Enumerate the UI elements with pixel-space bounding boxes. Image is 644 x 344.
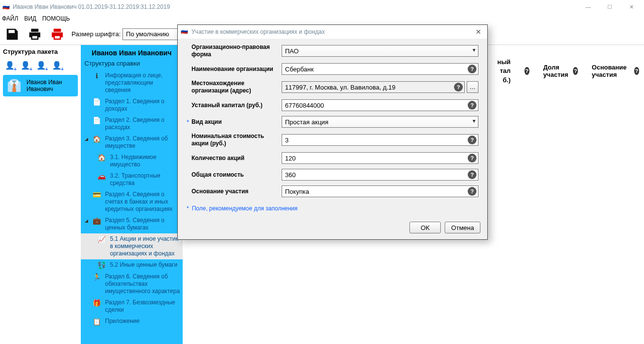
- info-icon[interactable]: ?: [468, 154, 477, 162]
- tree-item-icon: 📄: [93, 98, 101, 106]
- window-title: Иванов Иван Иванович 01.01.2019-31.12.20…: [13, 3, 577, 10]
- tree-item[interactable]: 🚗3.2. Транспортные средства: [81, 170, 183, 189]
- info-icon[interactable]: ?: [468, 136, 477, 144]
- info-icon[interactable]: ?: [468, 170, 477, 179]
- expand-icon[interactable]: [85, 299, 89, 300]
- nominal-input[interactable]: [282, 134, 478, 146]
- help-icon[interactable]: ?: [634, 67, 639, 75]
- info-icon[interactable]: ?: [468, 101, 477, 110]
- info-icon[interactable]: ?: [454, 83, 463, 92]
- hint-row: *Поле, рекомендуемое для заполнения: [187, 202, 478, 212]
- help-icon[interactable]: ?: [525, 67, 530, 75]
- org-name-input[interactable]: [282, 63, 478, 75]
- tree-item-icon: 📄: [93, 116, 101, 124]
- expand-icon[interactable]: [85, 318, 89, 319]
- address-browse-button[interactable]: …: [467, 81, 478, 93]
- tree-item-icon: 💱: [97, 261, 106, 269]
- tree-item[interactable]: 📄Раздел 2. Сведения о расходах: [81, 115, 183, 133]
- tree-item[interactable]: 💱5.2 Иные ценные бумаги: [81, 259, 183, 271]
- tree-item-label: Раздел 2. Сведения о расходах: [105, 116, 180, 131]
- cancel-button[interactable]: Отмена: [445, 222, 480, 233]
- font-size-label: Размер шрифта:: [72, 30, 120, 38]
- tree-sidebar: Иванов Иван Иванович Структура справки ℹ…: [81, 45, 183, 344]
- tree-item[interactable]: 📋Приложение: [81, 316, 183, 327]
- tree-item[interactable]: 📈5.1 Акции и иное участие в коммерческих…: [81, 233, 183, 259]
- print-button[interactable]: [24, 25, 45, 44]
- help-icon[interactable]: ?: [573, 67, 578, 75]
- expand-icon[interactable]: ◢: [85, 217, 89, 223]
- org-form-label: Организационно-правовая форма: [191, 44, 282, 58]
- add-person-self-icon[interactable]: 👤+: [4, 59, 16, 71]
- total-input[interactable]: [282, 169, 478, 181]
- expand-icon[interactable]: [85, 98, 89, 99]
- hint-text: Поле, рекомендуемое для заполнения: [192, 205, 298, 212]
- ok-button[interactable]: OK: [409, 222, 441, 233]
- address-input[interactable]: [282, 81, 465, 93]
- col-header-2c: б.): [503, 77, 511, 84]
- tree-item-label: Приложение: [105, 318, 180, 325]
- tree-item-label: 3.1. Недвижимое имущество: [110, 154, 180, 168]
- tree-item-icon: 💼: [93, 217, 101, 225]
- menu-help[interactable]: ПОМОЩЬ: [42, 15, 70, 22]
- tree-item-label: Раздел 1. Сведения о доходах: [105, 98, 180, 113]
- tree-item-label: 3.2. Транспортные средства: [110, 172, 180, 187]
- expand-icon[interactable]: [85, 116, 89, 118]
- tree-item-label: Раздел 4. Сведения о счетах в банках и и…: [105, 191, 180, 213]
- maximize-button[interactable]: ☐: [599, 0, 620, 14]
- tree-item[interactable]: ◢🏠Раздел 3. Сведения об имуществе: [81, 133, 183, 152]
- count-input[interactable]: [282, 152, 478, 164]
- tree-item-icon: 🚗: [97, 172, 106, 180]
- tree-item-label: 5.2 Иные ценные бумаги: [110, 261, 180, 269]
- dialog-close-button[interactable]: ✕: [473, 28, 484, 36]
- col-header-4: Основание участия: [592, 64, 632, 78]
- tree-item[interactable]: 🏃Раздел 6. Сведения об обязательствах им…: [81, 271, 183, 297]
- print-color-button[interactable]: [47, 25, 68, 44]
- count-label: Количество акций: [191, 155, 282, 162]
- info-icon[interactable]: ?: [468, 65, 477, 73]
- close-window-button[interactable]: ✕: [620, 0, 642, 14]
- add-person-child1-icon[interactable]: 👤+: [35, 59, 47, 71]
- tree-item[interactable]: 📄Раздел 1. Сведения о доходах: [81, 96, 183, 115]
- nominal-label: Номинальная стоимость акции (руб.): [191, 133, 282, 147]
- add-person-spouse-icon[interactable]: 👤+: [20, 59, 31, 71]
- menu-bar: ФАЙЛ ВИД ПОМОЩЬ: [0, 14, 644, 23]
- tree-item[interactable]: 💳Раздел 4. Сведения о счетах в банках и …: [81, 189, 183, 215]
- svg-rect-0: [12, 30, 14, 32]
- expand-icon[interactable]: [85, 72, 89, 73]
- expand-icon[interactable]: [85, 191, 89, 192]
- expand-icon[interactable]: ◢: [85, 135, 89, 141]
- minimize-button[interactable]: —: [577, 0, 599, 14]
- person-type-toolbar: 👤+ 👤+ 👤+ 👤+: [3, 58, 78, 75]
- font-size-select[interactable]: [122, 28, 186, 40]
- tree-item[interactable]: 🏠3.1. Недвижимое имущество: [81, 152, 183, 170]
- tree-item-icon: 🏠: [93, 135, 101, 143]
- tree-item-icon: 🏠: [97, 154, 106, 161]
- info-icon[interactable]: ?: [468, 187, 477, 196]
- basis-input[interactable]: [282, 185, 478, 197]
- tree-item-label: Раздел 5. Сведения о ценных бумагах: [105, 217, 180, 231]
- expand-icon[interactable]: [85, 273, 89, 275]
- person-card[interactable]: 👔 Иванов Иван Иванович: [3, 75, 78, 96]
- col-header-3: Доля участия: [543, 64, 571, 78]
- dialog-title: Участие в коммерческих организациях и фо…: [191, 28, 473, 35]
- tree-item[interactable]: ◢💼Раздел 5. Сведения о ценных бумагах: [81, 215, 183, 233]
- tree-item[interactable]: ℹИнформация о лице, представляющем сведе…: [81, 70, 183, 96]
- tree-item-icon: ℹ: [93, 72, 101, 80]
- tree-subtitle: Структура справки: [81, 59, 183, 70]
- org-name-label: Наименование организации: [191, 66, 282, 73]
- menu-view[interactable]: ВИД: [24, 15, 36, 22]
- tree-item[interactable]: 🎁Раздел 7. Безвозмездные сделки: [81, 297, 183, 316]
- org-form-select[interactable]: [282, 45, 478, 57]
- share-type-select[interactable]: [282, 116, 478, 128]
- capital-label: Уставный капитал (руб.): [191, 102, 282, 109]
- dialog-icon: 🇷🇺: [181, 28, 189, 36]
- tree-item-label: Раздел 3. Сведения об имуществе: [105, 135, 180, 150]
- floppy-icon: [5, 27, 20, 42]
- tree-item-label: Информация о лице, представляющем сведен…: [105, 72, 180, 94]
- person-card-name: Иванов Иван Иванович: [26, 79, 74, 92]
- save-button[interactable]: [2, 25, 23, 44]
- menu-file[interactable]: ФАЙЛ: [2, 15, 18, 22]
- add-person-child2-icon[interactable]: 👤+: [51, 59, 63, 71]
- capital-input[interactable]: [282, 99, 478, 111]
- tree-item-icon: 🎁: [93, 299, 101, 307]
